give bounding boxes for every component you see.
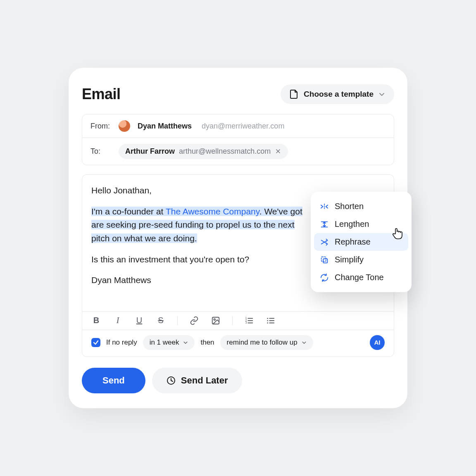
ai-menu-shorten[interactable]: Shorten <box>314 198 408 215</box>
image-icon <box>211 316 220 325</box>
followup-row: If no reply in 1 week then remind me to … <box>82 330 394 357</box>
address-fields: From: Dyan Matthews dyan@merriweather.co… <box>82 114 394 165</box>
recipient-name: Arthur Farrow <box>125 147 175 156</box>
delay-select[interactable]: in 1 week <box>143 335 195 350</box>
svg-point-14 <box>267 320 268 321</box>
choose-template-button[interactable]: Choose a template <box>281 84 394 104</box>
ordered-list-icon: 123 <box>245 316 254 325</box>
chevron-down-icon <box>302 340 307 345</box>
from-email: dyan@merriweather.com <box>202 122 284 131</box>
from-row: From: Dyan Matthews dyan@merriweather.co… <box>82 114 394 138</box>
to-row[interactable]: To: Arthur Farrow arthur@wellnessmatch.c… <box>82 138 394 165</box>
svg-text:3: 3 <box>245 321 247 324</box>
ai-menu-lengthen[interactable]: Lengthen <box>314 215 408 233</box>
toolbar-separator <box>177 316 178 325</box>
ai-context-menu: Shorten Lengthen Rephrase Simplify Chang… <box>311 192 412 292</box>
send-button[interactable]: Send <box>82 368 145 393</box>
followup-checkbox[interactable] <box>91 338 100 347</box>
underline-button[interactable]: U <box>134 316 144 326</box>
lengthen-icon <box>320 220 329 229</box>
image-button[interactable] <box>211 316 221 326</box>
format-toolbar: B I U S 123 <box>82 311 394 330</box>
svg-rect-22 <box>323 259 327 263</box>
avatar <box>119 120 130 132</box>
company-link[interactable]: The Awesome Company <box>166 207 259 216</box>
bullet-list-button[interactable] <box>266 316 276 326</box>
ai-menu-simplify[interactable]: Simplify <box>314 251 408 269</box>
remove-recipient-icon[interactable] <box>275 148 281 155</box>
email-compose-card: Email Choose a template From: Dyan Matth… <box>69 68 407 408</box>
simplify-icon <box>320 255 329 264</box>
check-icon <box>93 340 99 345</box>
rephrase-icon <box>320 238 329 247</box>
ai-menu-rephrase[interactable]: Rephrase <box>314 233 408 251</box>
chevron-down-icon <box>183 340 188 345</box>
strikethrough-button[interactable]: S <box>156 316 166 326</box>
svg-point-3 <box>214 319 215 320</box>
from-name: Dyan Matthews <box>138 122 192 131</box>
chevron-down-icon <box>378 91 385 98</box>
toolbar-separator <box>232 316 233 325</box>
to-label: To: <box>90 147 111 156</box>
svg-point-13 <box>267 318 268 319</box>
link-icon <box>190 316 199 325</box>
svg-point-15 <box>267 322 268 324</box>
choose-template-label: Choose a template <box>304 90 374 99</box>
bullet-list-icon <box>266 316 275 325</box>
recipient-chip[interactable]: Arthur Farrow arthur@wellnessmatch.com <box>119 144 288 159</box>
then-label: then <box>200 338 214 347</box>
card-header: Email Choose a template <box>82 84 394 104</box>
change-tone-icon <box>320 273 329 282</box>
action-buttons: Send Send Later <box>82 368 394 393</box>
send-later-button[interactable]: Send Later <box>152 368 242 393</box>
clock-icon <box>166 376 176 386</box>
ai-menu-change-tone[interactable]: Change Tone <box>314 269 408 286</box>
bold-button[interactable]: B <box>91 316 101 326</box>
recipient-email: arthur@wellnessmatch.com <box>179 147 271 156</box>
page-title: Email <box>82 86 121 103</box>
italic-button[interactable]: I <box>113 316 123 326</box>
ai-button[interactable]: AI <box>370 335 385 350</box>
document-icon <box>290 89 299 99</box>
shorten-icon <box>320 202 329 211</box>
ordered-list-button[interactable]: 123 <box>244 316 254 326</box>
link-button[interactable] <box>189 316 199 326</box>
from-label: From: <box>90 122 111 131</box>
action-select[interactable]: remind me to follow up <box>220 335 313 350</box>
if-no-reply-label: If no reply <box>106 338 137 347</box>
